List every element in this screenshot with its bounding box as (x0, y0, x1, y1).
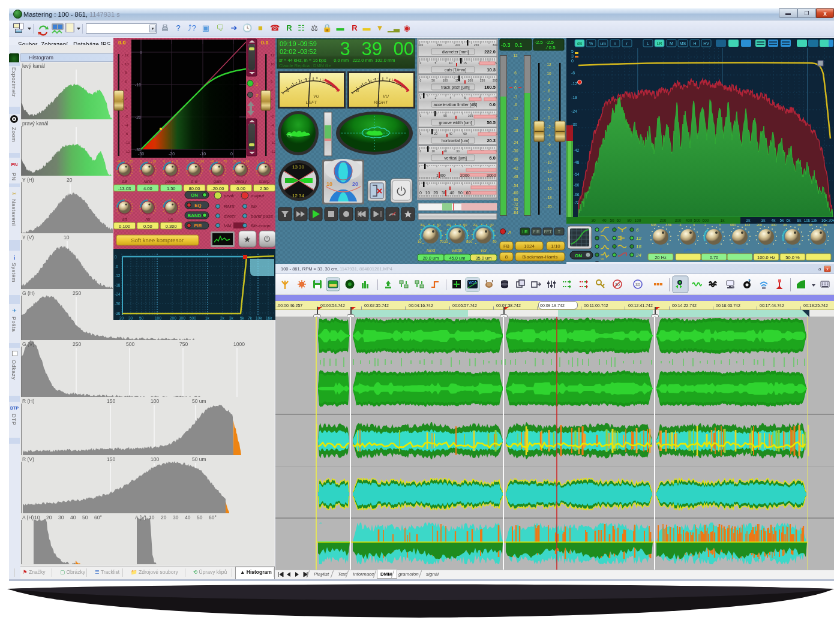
svg-text:60: 60 (493, 240, 497, 243)
svg-text:0.50: 0.50 (143, 224, 152, 229)
svg-text:12k: 12k (811, 218, 818, 222)
svg-text:0.300: 0.300 (166, 224, 177, 229)
svg-text:%: % (589, 41, 593, 46)
svg-text:-12: -12 (546, 169, 552, 173)
svg-text:0: 0 (514, 86, 517, 90)
svg-text:um: um (600, 41, 606, 46)
svg-text:LEFT: LEFT (306, 100, 318, 105)
svg-text:-: - (544, 125, 545, 129)
svg-text:-6: -6 (125, 132, 128, 136)
svg-text:width: width (452, 248, 463, 253)
svg-text:1k: 1k (205, 316, 210, 320)
svg-text:land: land (427, 248, 436, 253)
svg-text:-: - (544, 170, 545, 173)
svg-text:100.5: 100.5 (484, 85, 496, 90)
svg-text:4: 4 (548, 98, 550, 102)
svg-text:-2: -2 (304, 77, 307, 81)
svg-text:0: 0 (140, 159, 142, 163)
svg-text:-: - (553, 98, 554, 102)
svg-text:0: 0 (420, 114, 422, 118)
svg-text:groove width [um]: groove width [um] (439, 121, 472, 125)
svg-text:rel: rel (146, 217, 151, 221)
svg-text:vertical [um]: vertical [um] (444, 156, 467, 161)
svg-text:300: 300 (675, 218, 682, 222)
svg-text:2: 2 (435, 96, 437, 100)
svg-text:att: att (122, 217, 128, 221)
svg-text:200: 200 (468, 79, 473, 82)
svg-text:CL: CL (287, 134, 293, 138)
svg-text:mono: mono (813, 247, 824, 252)
svg-text:-: - (553, 125, 554, 129)
svg-text:EQ: EQ (194, 203, 202, 208)
svg-text:∞: ∞ (601, 256, 604, 261)
svg-text:A: A (508, 230, 511, 235)
svg-text:-24: -24 (571, 109, 577, 113)
svg-text:250: 250 (480, 79, 485, 82)
svg-text:100.0 Hz: 100.0 Hz (757, 255, 775, 260)
svg-text:LR: LR (657, 41, 662, 46)
svg-text:-: - (553, 196, 554, 200)
svg-text:30: 30 (635, 282, 640, 287)
svg-text:gate: gate (214, 179, 222, 184)
svg-text:RMS: RMS (224, 204, 235, 209)
svg-text:2: 2 (398, 81, 400, 85)
svg-text:-: - (122, 88, 123, 92)
svg-text:-30: -30 (138, 152, 144, 156)
svg-text:-20: -20 (546, 204, 552, 209)
svg-text:2: 2 (125, 97, 127, 101)
svg-text:100: 100 (199, 159, 205, 163)
svg-text:-5: -5 (364, 82, 367, 85)
svg-text:-24: -24 (512, 140, 518, 145)
svg-text:-10: -10 (355, 89, 359, 92)
svg-text:-20.00: -20.00 (211, 186, 224, 191)
svg-text:-: - (122, 71, 123, 74)
svg-text:200: 200 (660, 218, 667, 222)
svg-text:40: 40 (449, 132, 452, 136)
svg-text:-: - (544, 143, 545, 146)
svg-text:250: 250 (474, 43, 479, 47)
svg-text:-: - (544, 152, 545, 155)
svg-text:200: 200 (757, 223, 762, 227)
svg-text:60: 60 (463, 223, 467, 227)
svg-text:02:02 -03:52: 02:02 -03:52 (280, 48, 317, 55)
svg-text:-: - (544, 63, 545, 67)
svg-text:-: - (544, 98, 545, 102)
svg-text:-18: -18 (115, 283, 121, 287)
svg-text:band: band (709, 247, 720, 252)
svg-text:-: - (544, 116, 545, 120)
svg-text:24: 24 (246, 159, 250, 163)
svg-text:-42: -42 (512, 166, 518, 170)
svg-text:5: 5 (571, 49, 574, 53)
svg-text:300: 300 (493, 43, 498, 47)
svg-text:50: 50 (431, 79, 435, 82)
svg-text:l.a.: l.a. (169, 217, 174, 221)
svg-text:2: 2 (704, 223, 706, 227)
svg-text:0: 0 (548, 116, 550, 120)
svg-text:1024: 1024 (524, 243, 535, 249)
svg-text:-72: -72 (512, 202, 518, 206)
svg-text:-: - (122, 53, 123, 57)
svg-text:-60: -60 (512, 191, 518, 195)
svg-text:10: 10 (449, 61, 452, 65)
svg-text:50: 50 (610, 218, 614, 222)
svg-text:-66: -66 (574, 192, 580, 197)
svg-text:-10: -10 (200, 152, 206, 156)
svg-text:-40: -40 (117, 159, 121, 163)
svg-text:FFT: FFT (544, 230, 553, 234)
svg-text:20.0 um: 20.0 um (422, 255, 439, 261)
svg-text:2k: 2k (220, 316, 225, 320)
svg-text:80: 80 (627, 218, 632, 222)
svg-text:-24: -24 (115, 292, 121, 296)
svg-text:0: 0 (420, 149, 422, 153)
svg-text:30: 30 (456, 149, 460, 153)
svg-text:0: 0 (230, 152, 233, 156)
svg-text:3 39 00: 3 39 00 (340, 38, 414, 59)
svg-text:-13.03: -13.03 (118, 186, 131, 191)
svg-text:-3: -3 (369, 79, 372, 83)
svg-text:6: 6 (464, 96, 466, 100)
svg-text:4k: 4k (772, 218, 776, 222)
svg-text:5: 5 (435, 61, 437, 65)
svg-text:MS: MS (680, 41, 686, 46)
svg-text:6: 6 (548, 89, 550, 93)
svg-text:12: 12 (636, 236, 641, 241)
